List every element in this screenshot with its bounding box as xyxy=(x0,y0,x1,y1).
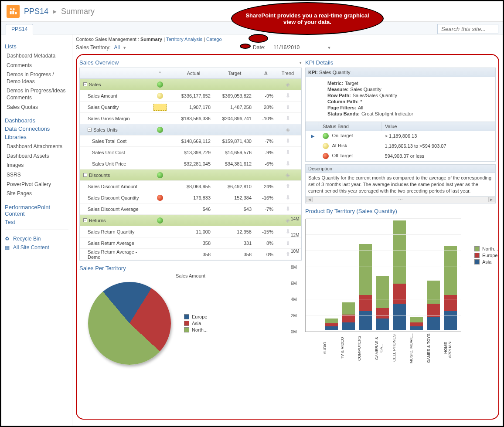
bar[interactable] xyxy=(444,246,457,330)
scorecard-row[interactable]: −Sales◈ xyxy=(80,79,301,90)
sidebar-header-performancepoint[interactable]: PerformancePoint Content xyxy=(5,204,68,217)
recycle-bin-link[interactable]: ♻ Recycle Bin xyxy=(5,234,68,243)
crumb-link[interactable]: Catego xyxy=(206,37,221,42)
x-tick-label: TV & VIDEO xyxy=(340,332,358,366)
x-tick-label: CAMERAS & CA... xyxy=(375,332,392,366)
kpi-pagefilters-value: All xyxy=(358,105,363,110)
cell-target: 358 xyxy=(214,252,255,257)
kpi-panel: KPI: Sales Quantity Metric:Target Measur… xyxy=(305,68,496,162)
scorecard-row[interactable]: Sales Gross Margin$183,566,336$204,896,7… xyxy=(80,113,301,124)
territory-filter[interactable]: Sales Territory: All ▼ xyxy=(76,44,126,51)
status-band-row[interactable]: At Risk1,189,806.13 to >594,903.07 xyxy=(306,141,495,151)
sidebar-item[interactable]: Demos in Progress / Demo Ideas xyxy=(5,70,68,86)
all-site-content-link[interactable]: ▦ All Site Content xyxy=(5,243,68,252)
trend-arrow-icon: ⇧ xyxy=(286,240,290,246)
scroll-right-icon[interactable]: ► xyxy=(488,197,494,202)
collapse-icon[interactable]: − xyxy=(83,173,87,177)
sidebar-item[interactable]: Comments xyxy=(5,61,68,71)
scorecard-row[interactable]: Sales Unit Cost$13,398,729$14,659,576-9%… xyxy=(80,147,301,158)
scorecard-row[interactable]: −Sales Units◈ xyxy=(80,124,301,136)
bar[interactable] xyxy=(325,319,338,330)
breadcrumb-site[interactable]: PPS14 xyxy=(24,7,48,16)
scorecard-row[interactable]: −Returns◈ xyxy=(80,215,301,226)
breadcrumb-sep-icon: ▸ xyxy=(53,7,57,16)
scorecard-row[interactable]: Sales Discount Average$46$43-7%⇩ xyxy=(80,203,301,215)
trend-arrow-icon: ◈ xyxy=(286,81,290,88)
collapse-icon[interactable]: − xyxy=(83,82,87,86)
sidebar-header-test[interactable]: Test xyxy=(5,219,68,225)
bar-segment xyxy=(393,304,406,329)
collapse-icon[interactable]: − xyxy=(83,218,87,222)
scorecard-row[interactable]: Sales Return Quantity11,00012,958-15%⇩ xyxy=(80,226,301,237)
sidebar-item[interactable]: Demos In Progress/Ideas Comments xyxy=(5,86,68,102)
kpi-measure-value: Sales Quantity xyxy=(350,87,381,92)
row-label: Sales Return Average - Demo xyxy=(88,249,147,260)
bar-segment xyxy=(359,244,372,295)
bar-segment xyxy=(325,323,338,326)
bar-segment xyxy=(427,281,440,304)
row-label: Returns xyxy=(89,218,106,223)
sidebar-item[interactable]: Dashboard Metadata xyxy=(5,51,68,61)
scorecard-row[interactable]: Sales Unit Price$32,281,045$34,381,612-6… xyxy=(80,158,301,169)
sidebar-header-lists[interactable]: Lists xyxy=(5,43,68,50)
sidebar-header-data-connections[interactable]: Data Connections xyxy=(5,125,68,132)
scorecard-row[interactable]: Sales Quantity1,907,1781,487,25828%⇧ xyxy=(80,102,301,113)
legend-label: Asia xyxy=(482,259,491,264)
kpi-pagefilters-label: Page Filters: xyxy=(327,105,356,110)
col-delta[interactable]: Δ xyxy=(255,68,277,78)
sidebar-header-dashboards[interactable]: Dashboards xyxy=(5,117,68,124)
sidebar-item[interactable]: Dashboard Assets xyxy=(5,152,68,161)
col-actual[interactable]: Actual xyxy=(173,68,214,78)
bar-chart-xlabels: AUDIOTV & VIDEOCOMPUTERSCAMERAS & CA...C… xyxy=(305,332,461,366)
col-status[interactable]: * xyxy=(147,68,173,78)
panel-title-text: Sales Overview xyxy=(79,59,119,66)
scorecard-row[interactable]: Sales Discount Amount$8,064,955$6,492,81… xyxy=(80,181,301,192)
cell-delta: 28% xyxy=(255,105,277,110)
scorecard-row[interactable]: Sales Amount$336,177,652$369,053,822-9%⇩ xyxy=(80,90,301,102)
status-band-row[interactable]: Off Target594,903.07 or less xyxy=(306,151,495,161)
sidebar-header-libraries[interactable]: Libraries xyxy=(5,134,68,140)
scorecard-row[interactable]: Sales Discount Quantity176,833152,384-16… xyxy=(80,192,301,203)
bar[interactable] xyxy=(342,302,355,330)
bar-segment xyxy=(427,317,440,330)
cell-actual: $8,064,955 xyxy=(173,184,214,189)
bar[interactable] xyxy=(359,244,372,330)
sidebar-item[interactable]: Images xyxy=(5,161,68,170)
date-filter[interactable]: Date: 11/16/2010 ▼ xyxy=(253,44,331,51)
bar-segment xyxy=(342,322,355,330)
bar[interactable] xyxy=(393,220,406,330)
crumb-link[interactable]: Territory Analysis xyxy=(166,37,202,42)
collapse-icon[interactable]: − xyxy=(88,128,92,132)
sidebar-item[interactable]: Dashboard Attachments xyxy=(5,142,68,152)
scorecard-row[interactable]: Sales Return Average3583318%⇧ xyxy=(80,237,301,249)
scorecard-row[interactable]: Sales Total Cost$148,669,112$159,871,430… xyxy=(80,136,301,147)
cell-target: $34,381,612 xyxy=(214,161,255,166)
scorecard-row[interactable]: −Discounts◈ xyxy=(80,169,301,181)
status-indicator-icon xyxy=(157,127,163,133)
bar[interactable] xyxy=(410,317,423,330)
search-input[interactable] xyxy=(437,24,498,34)
col-target[interactable]: Target xyxy=(214,68,255,78)
sidebar-item[interactable]: Sales Quotas xyxy=(5,103,68,112)
bar-segment xyxy=(359,295,372,311)
cell-delta: -16% xyxy=(255,195,277,200)
sidebar-item[interactable]: Site Pages xyxy=(5,189,68,199)
scroll-left-icon[interactable]: ◄ xyxy=(306,197,313,202)
sidebar-item[interactable]: PowerPivot Gallery xyxy=(5,180,68,190)
pie-subtitle: Sales Amount xyxy=(79,273,302,278)
col-trend[interactable]: Trend xyxy=(277,68,299,78)
cell-delta: -7% xyxy=(255,207,277,212)
date-filter-label: Date: xyxy=(253,44,266,51)
scorecard-row[interactable]: Sales Return Average - Demo3583580%⇧ xyxy=(80,249,301,260)
panel-menu-icon[interactable]: ▾ xyxy=(300,61,302,65)
bar[interactable] xyxy=(376,276,389,330)
sidebar-item[interactable]: SSRS xyxy=(5,170,68,180)
tab-pps14[interactable]: PPS14 xyxy=(6,24,33,34)
kpi-statusbands-label: Status Bands: xyxy=(327,111,360,116)
legend-swatch xyxy=(184,314,189,319)
sales-per-territory-title: Sales Per Territory xyxy=(79,263,302,273)
y-tick-label: 14M xyxy=(291,216,299,221)
status-band-row[interactable]: ▶On Target> 1,189,806.13 xyxy=(306,131,495,141)
horizontal-scrollbar[interactable]: ◄ ⋯ ► xyxy=(306,196,495,203)
bar[interactable] xyxy=(427,281,440,330)
